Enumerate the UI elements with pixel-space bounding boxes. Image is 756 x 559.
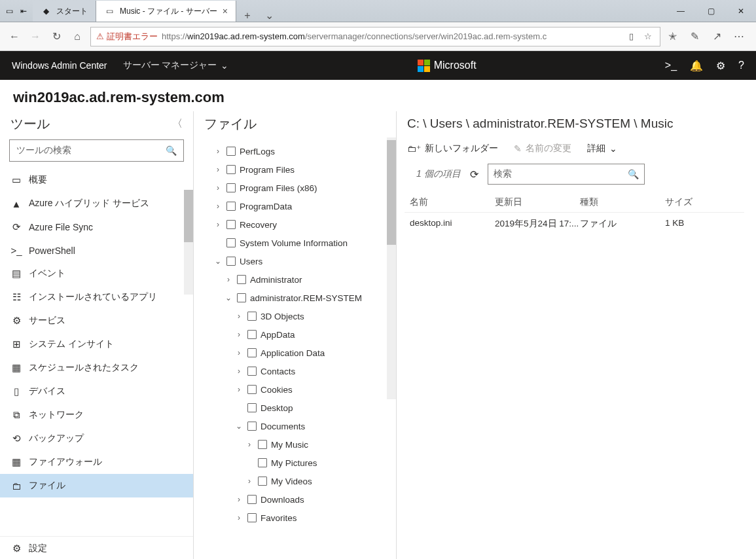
close-tab-icon[interactable]: × — [223, 6, 228, 16]
tree-node[interactable]: System Volume Information — [194, 234, 396, 252]
tab-actions-icon-2[interactable]: ⇤ — [18, 6, 29, 16]
tree-node[interactable]: ›PerfLogs — [194, 142, 396, 160]
tools-search[interactable]: ツールの検索 🔍 — [9, 139, 184, 162]
sidebar-item[interactable]: ⟲バックアップ — [0, 427, 193, 450]
sidebar-item[interactable]: ▲Azure ハイブリッド サービス — [0, 192, 193, 215]
tree-node[interactable]: ›AppData — [194, 325, 396, 344]
tree-node[interactable]: ›Program Files — [194, 160, 396, 179]
more-icon[interactable]: ⋯ — [732, 30, 746, 43]
collapse-icon[interactable]: 〈 — [172, 117, 183, 131]
back-button[interactable]: ← — [7, 29, 22, 45]
expand-icon[interactable]: › — [234, 495, 243, 504]
sidebar-item[interactable]: ▦スケジュールされたタスク — [0, 356, 193, 380]
home-button[interactable]: ⌂ — [69, 29, 85, 45]
tree-node[interactable]: ›Favorites — [194, 509, 396, 527]
expand-icon[interactable]: › — [213, 147, 223, 156]
tree-node[interactable]: ›Recovery — [194, 215, 396, 234]
details-menu[interactable]: 詳細 ⌄ — [587, 143, 617, 154]
help-icon[interactable]: ? — [738, 60, 744, 72]
settings-icon[interactable]: ⚙ — [716, 60, 725, 72]
refresh-button[interactable]: ↻ — [48, 29, 64, 45]
tree-node[interactable]: ›My Videos — [194, 472, 396, 490]
reading-view-icon[interactable]: ▯ — [624, 31, 638, 41]
tree-node[interactable]: ›Program Files (x86) — [194, 179, 396, 197]
expand-icon[interactable]: › — [224, 275, 233, 284]
tool-icon: ⊞ — [10, 338, 22, 350]
sidebar-item[interactable]: ⊞システム インサイト — [0, 333, 193, 356]
favorite-icon[interactable]: ☆ — [641, 31, 655, 41]
expand-icon[interactable]: › — [234, 385, 243, 394]
expand-icon[interactable]: › — [213, 183, 223, 192]
expand-icon[interactable]: › — [234, 330, 243, 339]
expand-icon[interactable]: › — [234, 312, 243, 321]
console-icon[interactable]: >_ — [665, 60, 677, 72]
forward-button[interactable]: → — [27, 29, 43, 45]
minimize-button[interactable]: — — [666, 0, 696, 22]
sidebar-item[interactable]: ⟳Azure File Sync — [0, 215, 193, 239]
sidebar-item[interactable]: ⧉ネットワーク — [0, 403, 193, 427]
notifications-icon[interactable]: 🔔 — [690, 60, 703, 72]
expand-icon[interactable]: ⌄ — [224, 293, 233, 302]
expand-icon[interactable]: › — [213, 220, 223, 229]
tree-node[interactable]: ⌄Users — [194, 252, 396, 270]
col-type[interactable]: 種類 — [580, 196, 665, 208]
scrollbar[interactable] — [387, 137, 396, 399]
expand-icon[interactable]: › — [234, 367, 243, 376]
sidebar-item[interactable]: ▭概要 — [0, 168, 193, 192]
tree-node[interactable]: ›3D Objects — [194, 307, 396, 325]
sidebar-item[interactable]: ▦ファイアウォール — [0, 450, 193, 474]
notes-icon[interactable]: ✎ — [688, 30, 701, 43]
tree-node[interactable]: ⌄administrator.REM-SYSTEM — [194, 289, 396, 307]
scrollbar[interactable] — [184, 190, 193, 295]
sidebar-item[interactable]: ⚙サービス — [0, 309, 193, 333]
tree-node[interactable]: ›Cookies — [194, 380, 396, 399]
expand-icon[interactable]: › — [213, 202, 223, 211]
wac-breadcrumb[interactable]: サーバー マネージャー⌄ — [123, 60, 229, 71]
tab-overflow-icon[interactable]: ⌄ — [259, 9, 281, 22]
expand-icon[interactable]: ⌄ — [234, 422, 243, 431]
address-bar[interactable]: ⚠ 証明書エラー https://win2019ac.ad.rem-system… — [90, 27, 660, 46]
sidebar-item[interactable]: >_PowerShell — [0, 239, 193, 262]
favorites-bar-icon[interactable]: ✭ — [666, 30, 679, 43]
expand-icon[interactable]: › — [234, 513, 243, 522]
tree-node[interactable]: ›Downloads — [194, 490, 396, 509]
sidebar-item[interactable]: 🗀ファイル — [0, 474, 193, 497]
sidebar-item-settings[interactable]: ⚙ 設定 — [0, 537, 193, 559]
new-tab-button[interactable]: + — [236, 10, 259, 22]
browser-toolbar: ← → ↻ ⌂ ⚠ 証明書エラー https://win2019ac.ad.re… — [0, 22, 756, 51]
expand-icon[interactable]: › — [245, 440, 254, 449]
sidebar-item[interactable]: ▤イベント — [0, 262, 193, 285]
col-size[interactable]: サイズ — [665, 196, 717, 208]
share-icon[interactable]: ↗ — [710, 30, 723, 43]
col-name[interactable]: 名前 — [410, 196, 495, 208]
cert-error-badge[interactable]: ⚠ 証明書エラー — [96, 31, 158, 43]
maximize-button[interactable]: ▢ — [696, 0, 726, 22]
tree-node[interactable]: Desktop — [194, 399, 396, 417]
file-search[interactable]: 検索 🔍 — [488, 164, 645, 185]
url-text: https://win2019ac.ad.rem-system.com/serv… — [162, 31, 621, 41]
tree-node[interactable]: ›My Music — [194, 435, 396, 454]
new-folder-icon: 🗀⁺ — [407, 143, 421, 154]
close-window-button[interactable]: ✕ — [726, 0, 756, 22]
col-date[interactable]: 更新日 — [495, 196, 580, 208]
expand-icon[interactable]: ⌄ — [213, 257, 223, 266]
tree-node[interactable]: ⌄Documents — [194, 417, 396, 435]
tool-icon: ⟲ — [10, 433, 22, 444]
table-row[interactable]: desktop.ini2019年5月24日 17:...ファイル1 KB — [405, 213, 744, 235]
new-folder-button[interactable]: 🗀⁺ 新しいフォルダー — [407, 143, 498, 154]
tree-node[interactable]: My Pictures — [194, 454, 396, 472]
browser-tab-start[interactable]: ◆ スタート — [33, 1, 96, 22]
tree-node[interactable]: ›Administrator — [194, 270, 396, 289]
tree-node[interactable]: ›ProgramData — [194, 197, 396, 215]
tree-node[interactable]: ›Application Data — [194, 344, 396, 362]
sidebar-item[interactable]: ▯デバイス — [0, 380, 193, 403]
expand-icon[interactable]: › — [213, 165, 223, 174]
expand-icon[interactable]: › — [234, 348, 243, 357]
tab-actions-icon[interactable]: ▭ — [4, 6, 14, 16]
refresh-icon[interactable]: ⟳ — [470, 168, 478, 181]
expand-icon[interactable]: › — [245, 477, 254, 486]
browser-tab-active[interactable]: ▭ Music - ファイル - サーバー × — [96, 1, 236, 22]
wac-brand[interactable]: Windows Admin Center — [12, 60, 107, 71]
tree-node[interactable]: ›Contacts — [194, 362, 396, 380]
sidebar-item[interactable]: ☷インストールされているアプリ — [0, 285, 193, 309]
